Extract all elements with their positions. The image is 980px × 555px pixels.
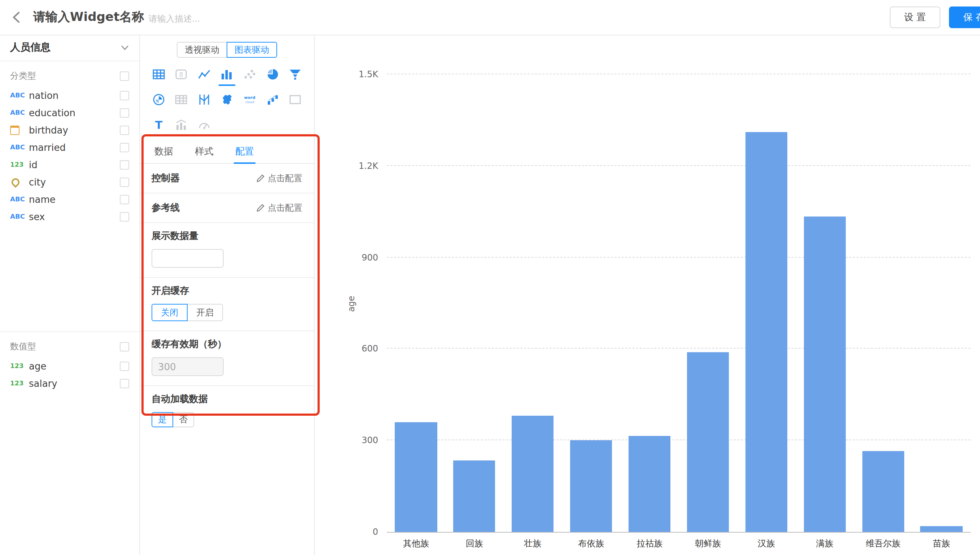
controller-configure-link[interactable]: 点击配置 xyxy=(256,172,303,184)
drive-mode-toggle: 透视驱动 图表驱动 xyxy=(140,42,314,58)
field-row-age[interactable]: 123age xyxy=(0,357,139,375)
settings-button[interactable]: 设 置 xyxy=(890,6,940,28)
display-count-input[interactable] xyxy=(152,249,224,268)
controller-row: 控制器 点击配置 xyxy=(140,164,314,193)
field-row-sex[interactable]: ABCsex xyxy=(0,208,139,225)
save-button[interactable]: 保 存 xyxy=(949,6,980,28)
field-name: nation xyxy=(29,90,120,101)
bar-布依族 xyxy=(570,440,612,532)
pie-chart-icon[interactable] xyxy=(261,65,284,84)
field-row-id[interactable]: 123id xyxy=(0,156,139,173)
numeric-section: 数值型 123age123salary xyxy=(0,331,139,392)
chevron-left-icon xyxy=(10,10,24,24)
gauge-icon[interactable] xyxy=(193,115,215,134)
bar-chart-icon[interactable] xyxy=(215,65,238,84)
y-tick-label: 600 xyxy=(362,344,378,354)
mode-chart-button[interactable]: 图表驱动 xyxy=(227,42,277,58)
widget-name-input[interactable]: 请输入Widget名称 xyxy=(33,9,144,25)
tab-data[interactable]: 数据 xyxy=(154,140,173,163)
numeric-section-checkbox[interactable] xyxy=(120,342,129,351)
bar-壮族 xyxy=(512,416,554,532)
iframe-icon[interactable] xyxy=(284,90,307,109)
bar-slot xyxy=(796,74,854,532)
rich-text-icon[interactable]: T xyxy=(147,115,170,134)
x-axis-label: 其他族 xyxy=(387,538,445,550)
dataset-name: 人员信息 xyxy=(10,41,51,54)
string-field-type-icon: ABC xyxy=(10,109,29,116)
numeric-section-label: 数值型 xyxy=(10,341,36,353)
bar-朝鲜族 xyxy=(687,352,729,532)
x-axis-label: 回族 xyxy=(445,538,504,550)
word-cloud-icon[interactable]: wordcloud xyxy=(239,90,261,109)
categorical-section: 分类型 ABCnationABCeducationbirthdayABCmarr… xyxy=(0,61,139,225)
table-chart-icon[interactable] xyxy=(147,65,170,84)
x-axis-label: 汉族 xyxy=(737,538,796,550)
field-checkbox[interactable] xyxy=(120,160,129,169)
field-row-birthday[interactable]: birthday xyxy=(0,121,139,139)
field-checkbox[interactable] xyxy=(120,177,129,186)
widget-description-input[interactable]: 请输入描述... xyxy=(149,13,200,25)
bar-slot xyxy=(679,74,737,532)
waterfall-chart-icon[interactable] xyxy=(261,90,284,109)
back-button[interactable] xyxy=(9,9,26,26)
x-axis-label: 苗族 xyxy=(912,538,970,550)
bar-拉祜族 xyxy=(629,436,671,532)
bar-slot xyxy=(387,74,445,532)
y-tick-label: 1.2K xyxy=(359,161,378,171)
field-name: education xyxy=(29,107,120,118)
field-row-married[interactable]: ABCmarried xyxy=(0,139,139,156)
geo-field-type-icon xyxy=(10,178,29,186)
mode-pivot-button[interactable]: 透视驱动 xyxy=(177,42,227,58)
tab-style[interactable]: 样式 xyxy=(195,140,214,163)
parallel-chart-icon[interactable] xyxy=(193,90,215,109)
field-row-nation[interactable]: ABCnation xyxy=(0,87,139,104)
pivot-grid-icon[interactable] xyxy=(170,90,193,109)
controller-label: 控制器 xyxy=(152,172,180,185)
number-field-type-icon: 123 xyxy=(10,380,29,387)
widget-config-panel: 透视驱动 图表驱动 8 xyxy=(140,35,315,555)
field-checkbox[interactable] xyxy=(120,212,129,221)
field-row-name[interactable]: ABCname xyxy=(0,191,139,208)
reference-line-configure-link[interactable]: 点击配置 xyxy=(256,202,303,214)
field-checkbox[interactable] xyxy=(120,379,129,388)
field-checkbox[interactable] xyxy=(120,361,129,371)
rose-chart-icon[interactable] xyxy=(147,90,170,109)
date-field-type-icon xyxy=(10,125,29,135)
svg-text:word: word xyxy=(244,95,255,100)
field-row-city[interactable]: city xyxy=(0,173,139,191)
chart-preview: age 03006009001.2K1.5K 其他族回族壮族布依族拉祜族朝鲜族汉… xyxy=(315,35,980,555)
field-checkbox[interactable] xyxy=(120,194,129,204)
cache-off-button[interactable]: 关闭 xyxy=(152,304,187,321)
field-name: salary xyxy=(29,378,120,389)
reference-line-label: 参考线 xyxy=(152,201,180,214)
cache-block: 开启缓存 关闭 开启 xyxy=(140,278,314,331)
field-checkbox[interactable] xyxy=(120,125,129,135)
y-tick-label: 1.5K xyxy=(359,69,378,79)
field-name: sex xyxy=(29,211,120,222)
autoload-no-button[interactable]: 否 xyxy=(173,412,194,427)
scatter-chart-icon[interactable] xyxy=(239,65,261,84)
tab-config[interactable]: 配置 xyxy=(235,140,254,163)
widget-editor: 请输入Widget名称 请输入描述... 设 置 保 存 人员信息 分类型 AB… xyxy=(0,0,980,555)
field-row-education[interactable]: ABCeducation xyxy=(0,104,139,121)
funnel-chart-icon[interactable] xyxy=(284,65,307,84)
cache-toggle: 关闭 开启 xyxy=(152,304,303,321)
x-axis-label: 维吾尔族 xyxy=(854,538,913,550)
cache-ttl-input[interactable] xyxy=(152,357,224,376)
categorical-section-checkbox[interactable] xyxy=(120,71,129,81)
field-checkbox[interactable] xyxy=(120,91,129,100)
china-map-icon[interactable] xyxy=(215,90,238,109)
line-chart-icon[interactable] xyxy=(193,65,215,84)
field-row-salary[interactable]: 123salary xyxy=(0,375,139,392)
field-checkbox[interactable] xyxy=(120,143,129,152)
autoload-block: 自动加载数据 是 否 xyxy=(140,386,314,436)
field-checkbox[interactable] xyxy=(120,108,129,117)
scorecard-icon[interactable]: 8 xyxy=(170,65,193,84)
numeric-field-list: 123age123salary xyxy=(0,357,139,392)
autoload-yes-button[interactable]: 是 xyxy=(152,412,173,427)
display-count-block: 展示数据量 xyxy=(140,223,314,278)
combo-chart-icon[interactable] xyxy=(170,115,193,134)
dataset-selector[interactable]: 人员信息 xyxy=(0,35,139,61)
cache-on-button[interactable]: 开启 xyxy=(187,304,223,321)
svg-text:8: 8 xyxy=(179,71,183,78)
